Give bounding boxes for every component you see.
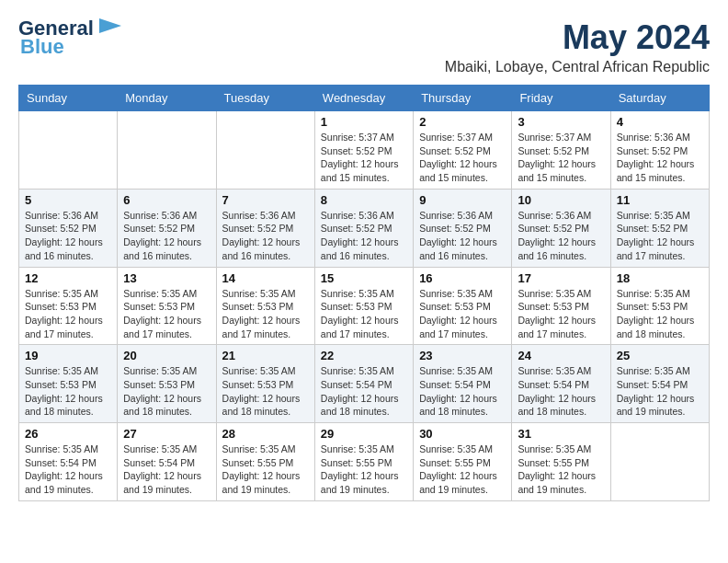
- calendar-header-friday: Friday: [512, 86, 610, 111]
- calendar-cell: 25Sunrise: 5:35 AM Sunset: 5:54 PM Dayli…: [610, 345, 709, 423]
- day-number: 1: [321, 115, 407, 129]
- calendar-cell: 15Sunrise: 5:35 AM Sunset: 5:53 PM Dayli…: [314, 267, 413, 345]
- day-number: 16: [419, 271, 506, 285]
- day-number: 31: [518, 427, 604, 441]
- day-info: Sunrise: 5:35 AM Sunset: 5:54 PM Dayligh…: [419, 364, 506, 419]
- day-info: Sunrise: 5:35 AM Sunset: 5:53 PM Dayligh…: [617, 287, 703, 341]
- calendar-header-wednesday: Wednesday: [314, 86, 413, 111]
- calendar-cell: 17Sunrise: 5:35 AM Sunset: 5:53 PM Dayli…: [512, 267, 610, 345]
- day-info: Sunrise: 5:35 AM Sunset: 5:55 PM Dayligh…: [518, 442, 604, 497]
- calendar-cell: 5Sunrise: 5:36 AM Sunset: 5:52 PM Daylig…: [19, 189, 118, 267]
- day-number: 22: [321, 349, 407, 362]
- day-info: Sunrise: 5:35 AM Sunset: 5:53 PM Dayligh…: [419, 287, 506, 341]
- day-info: Sunrise: 5:36 AM Sunset: 5:52 PM Dayligh…: [321, 209, 407, 263]
- calendar-week-3: 12Sunrise: 5:35 AM Sunset: 5:53 PM Dayli…: [19, 267, 710, 345]
- calendar-cell: 19Sunrise: 5:35 AM Sunset: 5:53 PM Dayli…: [19, 345, 118, 423]
- day-number: 15: [321, 271, 407, 285]
- calendar-header-sunday: Sunday: [19, 86, 118, 111]
- day-number: 26: [25, 427, 111, 441]
- calendar-cell: 20Sunrise: 5:35 AM Sunset: 5:53 PM Dayli…: [118, 345, 216, 423]
- logo: General Blue: [18, 18, 121, 59]
- logo-blue: Blue: [18, 35, 64, 59]
- day-info: Sunrise: 5:36 AM Sunset: 5:52 PM Dayligh…: [617, 131, 703, 185]
- calendar-week-5: 26Sunrise: 5:35 AM Sunset: 5:54 PM Dayli…: [19, 423, 710, 501]
- day-number: 7: [222, 193, 309, 207]
- calendar-header-tuesday: Tuesday: [216, 86, 314, 111]
- day-number: 2: [419, 115, 506, 129]
- calendar-cell: 4Sunrise: 5:36 AM Sunset: 5:52 PM Daylig…: [610, 111, 709, 190]
- day-info: Sunrise: 5:35 AM Sunset: 5:53 PM Dayligh…: [123, 287, 210, 341]
- day-info: Sunrise: 5:35 AM Sunset: 5:52 PM Dayligh…: [617, 209, 703, 263]
- calendar-cell: [19, 111, 118, 190]
- day-info: Sunrise: 5:35 AM Sunset: 5:54 PM Dayligh…: [25, 442, 111, 497]
- day-info: Sunrise: 5:36 AM Sunset: 5:52 PM Dayligh…: [25, 209, 111, 263]
- calendar-cell: 8Sunrise: 5:36 AM Sunset: 5:52 PM Daylig…: [314, 189, 413, 267]
- day-info: Sunrise: 5:35 AM Sunset: 5:55 PM Dayligh…: [222, 442, 309, 497]
- day-info: Sunrise: 5:35 AM Sunset: 5:53 PM Dayligh…: [25, 287, 111, 341]
- calendar-cell: 29Sunrise: 5:35 AM Sunset: 5:55 PM Dayli…: [314, 423, 413, 501]
- calendar-cell: 10Sunrise: 5:36 AM Sunset: 5:52 PM Dayli…: [512, 189, 610, 267]
- calendar-header-saturday: Saturday: [610, 86, 709, 111]
- header: General Blue May 2024 Mbaiki, Lobaye, Ce…: [18, 18, 710, 75]
- location-title: Mbaiki, Lobaye, Central African Republic: [445, 59, 710, 75]
- day-info: Sunrise: 5:35 AM Sunset: 5:53 PM Dayligh…: [123, 364, 210, 419]
- day-info: Sunrise: 5:35 AM Sunset: 5:54 PM Dayligh…: [321, 364, 407, 419]
- day-info: Sunrise: 5:35 AM Sunset: 5:53 PM Dayligh…: [222, 287, 309, 341]
- day-info: Sunrise: 5:35 AM Sunset: 5:54 PM Dayligh…: [617, 364, 703, 419]
- calendar-cell: 3Sunrise: 5:37 AM Sunset: 5:52 PM Daylig…: [512, 111, 610, 190]
- calendar-cell: [610, 423, 709, 501]
- day-number: 27: [123, 427, 210, 441]
- calendar-cell: 2Sunrise: 5:37 AM Sunset: 5:52 PM Daylig…: [414, 111, 512, 190]
- day-info: Sunrise: 5:35 AM Sunset: 5:53 PM Dayligh…: [25, 364, 111, 419]
- day-info: Sunrise: 5:35 AM Sunset: 5:54 PM Dayligh…: [518, 364, 604, 419]
- calendar-cell: 28Sunrise: 5:35 AM Sunset: 5:55 PM Dayli…: [216, 423, 314, 501]
- calendar-header-row: SundayMondayTuesdayWednesdayThursdayFrid…: [19, 86, 710, 111]
- day-info: Sunrise: 5:37 AM Sunset: 5:52 PM Dayligh…: [419, 131, 506, 185]
- day-info: Sunrise: 5:35 AM Sunset: 5:54 PM Dayligh…: [123, 442, 210, 497]
- day-info: Sunrise: 5:35 AM Sunset: 5:53 PM Dayligh…: [222, 364, 309, 419]
- day-info: Sunrise: 5:36 AM Sunset: 5:52 PM Dayligh…: [419, 209, 506, 263]
- day-number: 18: [617, 271, 703, 285]
- day-number: 20: [123, 349, 210, 362]
- calendar-cell: 24Sunrise: 5:35 AM Sunset: 5:54 PM Dayli…: [512, 345, 610, 423]
- day-number: 28: [222, 427, 309, 441]
- day-number: 12: [25, 271, 111, 285]
- calendar-cell: [118, 111, 216, 190]
- day-info: Sunrise: 5:36 AM Sunset: 5:52 PM Dayligh…: [222, 209, 309, 263]
- title-area: May 2024 Mbaiki, Lobaye, Central African…: [445, 18, 710, 75]
- day-number: 25: [617, 349, 703, 362]
- day-number: 19: [25, 349, 111, 362]
- calendar-cell: 31Sunrise: 5:35 AM Sunset: 5:55 PM Dayli…: [512, 423, 610, 501]
- svg-marker-0: [99, 18, 121, 33]
- calendar-cell: 23Sunrise: 5:35 AM Sunset: 5:54 PM Dayli…: [414, 345, 512, 423]
- day-number: 23: [419, 349, 506, 362]
- calendar-cell: 14Sunrise: 5:35 AM Sunset: 5:53 PM Dayli…: [216, 267, 314, 345]
- calendar-cell: 26Sunrise: 5:35 AM Sunset: 5:54 PM Dayli…: [19, 423, 118, 501]
- day-info: Sunrise: 5:35 AM Sunset: 5:55 PM Dayligh…: [419, 442, 506, 497]
- calendar-header-monday: Monday: [118, 86, 216, 111]
- day-number: 21: [222, 349, 309, 362]
- day-number: 8: [321, 193, 407, 207]
- day-info: Sunrise: 5:36 AM Sunset: 5:52 PM Dayligh…: [123, 209, 210, 263]
- calendar-cell: [216, 111, 314, 190]
- day-info: Sunrise: 5:35 AM Sunset: 5:53 PM Dayligh…: [321, 287, 407, 341]
- day-info: Sunrise: 5:35 AM Sunset: 5:55 PM Dayligh…: [321, 442, 407, 497]
- calendar-table: SundayMondayTuesdayWednesdayThursdayFrid…: [18, 85, 710, 501]
- calendar-cell: 12Sunrise: 5:35 AM Sunset: 5:53 PM Dayli…: [19, 267, 118, 345]
- calendar-week-2: 5Sunrise: 5:36 AM Sunset: 5:52 PM Daylig…: [19, 189, 710, 267]
- calendar-cell: 27Sunrise: 5:35 AM Sunset: 5:54 PM Dayli…: [118, 423, 216, 501]
- day-number: 14: [222, 271, 309, 285]
- day-number: 17: [518, 271, 604, 285]
- calendar-cell: 13Sunrise: 5:35 AM Sunset: 5:53 PM Dayli…: [118, 267, 216, 345]
- calendar-cell: 16Sunrise: 5:35 AM Sunset: 5:53 PM Dayli…: [414, 267, 512, 345]
- calendar-header-thursday: Thursday: [414, 86, 512, 111]
- calendar-cell: 18Sunrise: 5:35 AM Sunset: 5:53 PM Dayli…: [610, 267, 709, 345]
- calendar-cell: 11Sunrise: 5:35 AM Sunset: 5:52 PM Dayli…: [610, 189, 709, 267]
- day-number: 4: [617, 115, 703, 129]
- calendar-cell: 22Sunrise: 5:35 AM Sunset: 5:54 PM Dayli…: [314, 345, 413, 423]
- calendar-cell: 1Sunrise: 5:37 AM Sunset: 5:52 PM Daylig…: [314, 111, 413, 190]
- day-number: 10: [518, 193, 604, 207]
- logo-flag-icon: [96, 18, 121, 39]
- day-info: Sunrise: 5:37 AM Sunset: 5:52 PM Dayligh…: [518, 131, 604, 185]
- day-number: 11: [617, 193, 703, 207]
